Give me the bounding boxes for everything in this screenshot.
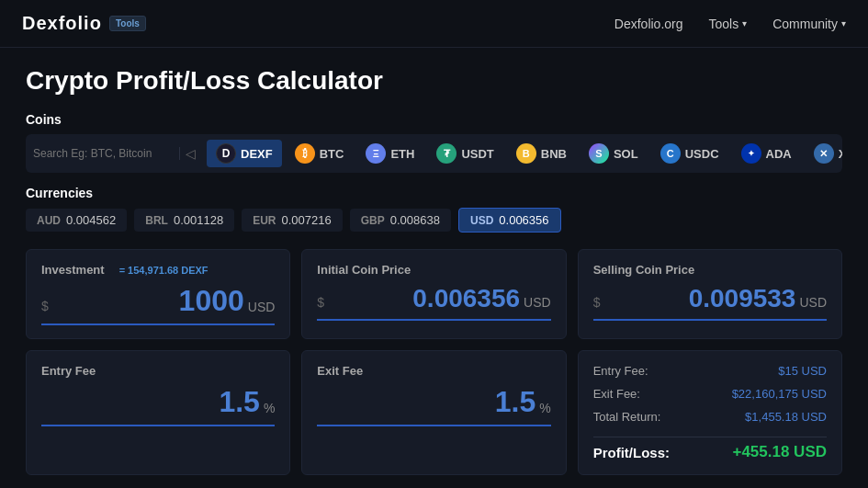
exit-fee-label2: Exit Fee [317, 364, 550, 378]
coin-search-wrap [33, 147, 180, 160]
page-title: Crypto Profit/Loss Calculator [26, 66, 842, 96]
initial-price-label2: Initial Coin Price [317, 263, 550, 277]
btc-icon: ₿ [295, 143, 315, 164]
aud-code: AUD [37, 214, 61, 227]
coin-item-btc[interactable]: ₿ BTC [286, 140, 354, 167]
logo: Dexfolio [22, 13, 102, 34]
coin-label-eth: ETH [390, 147, 414, 161]
exit-fee-result-row2: Exit Fee: $22,160,175 USD [593, 387, 827, 401]
coin-label-ada: ADA [766, 147, 792, 161]
coin-search-input[interactable] [33, 147, 152, 160]
coin-label-xrp: XRP [839, 147, 842, 161]
selling-price-card: Selling Coin Price $ USD [578, 249, 842, 339]
exit-fee-row2: % [317, 385, 550, 426]
dexf-icon: D [216, 143, 236, 164]
main-content: Crypto Profit/Loss Calculator Coins ◁ D … [0, 48, 868, 484]
initial-price-row2: $ USD [317, 284, 550, 321]
initial-price-card2: Initial Coin Price $ USD [301, 249, 566, 339]
usd-code: USD [470, 214, 493, 227]
coin-label-usdc: USDC [685, 147, 719, 161]
investment-unit2: USD [248, 300, 276, 318]
currency-chip-usd[interactable]: USD 0.006356 [458, 208, 561, 233]
coin-item-sol[interactable]: S SOL [580, 140, 648, 167]
coin-item-xrp[interactable]: ✕ XRP [805, 140, 842, 167]
exit-fee-input2[interactable] [317, 385, 535, 419]
gbp-value: 0.008638 [390, 213, 440, 227]
usdt-icon: ₮ [436, 143, 457, 164]
usdc-icon: C [660, 143, 681, 164]
coin-item-usdc[interactable]: C USDC [651, 140, 728, 167]
navbar: Dexfolio Tools Dexfolio.org Tools ▾ Comm… [0, 0, 868, 48]
entry-fee-label2: Entry Fee [41, 364, 275, 378]
gbp-code: GBP [361, 214, 385, 227]
bnb-icon: B [516, 143, 536, 164]
nav-right: Dexfolio.org Tools ▾ Community ▾ [614, 17, 846, 31]
profit-loss-value2: +455.18 USD [732, 443, 827, 461]
coin-item-bnb[interactable]: B BNB [507, 140, 576, 167]
brl-code: BRL [145, 214, 168, 227]
selling-price-label: Selling Coin Price [593, 263, 827, 277]
entry-fee-input2[interactable] [41, 385, 260, 419]
nav-link-dexfolio[interactable]: Dexfolio.org [614, 17, 683, 31]
profit-loss-label2: Profit/Loss: [593, 445, 670, 460]
nav-link-tools[interactable]: Tools ▾ [709, 17, 748, 31]
sol-icon: S [589, 143, 609, 164]
investment-card: Investment = 154,971.68 DEXF $ USD [26, 249, 290, 339]
logo-tools-badge: Tools [109, 16, 146, 31]
community-chevron-icon: ▾ [841, 18, 846, 28]
aud-value: 0.004562 [66, 213, 116, 227]
entry-fee-card2: Entry Fee % [26, 350, 290, 475]
entry-fee-result-row2: Entry Fee: $15 USD [593, 364, 827, 378]
eth-icon: Ξ [366, 143, 386, 164]
coin-item-eth[interactable]: Ξ ETH [356, 140, 423, 167]
coins-prev-arrow[interactable]: ◁ [180, 146, 201, 161]
investment-symbol2: $ [41, 299, 49, 313]
coin-label-sol: SOL [614, 147, 638, 161]
brl-value: 0.001128 [174, 213, 223, 227]
footer: Powered by CoinGecko API [0, 484, 868, 488]
investment-input-row2: $ USD [41, 284, 275, 325]
ada-icon: ✦ [741, 143, 761, 164]
results-card2: Entry Fee: $15 USD Exit Fee: $22,160,175… [578, 350, 842, 475]
coins-row: ◁ D DEXF ₿ BTC Ξ ETH ₮ USDT [26, 134, 842, 173]
nav-link-community[interactable]: Community ▾ [772, 17, 846, 31]
currencies-section-label: Currencies [26, 186, 842, 200]
usd-value: 0.006356 [499, 213, 548, 227]
eur-code: EUR [253, 214, 276, 227]
investment-label2: Investment = 154,971.68 DEXF [41, 263, 275, 277]
currency-chip-brl[interactable]: BRL 0.001128 [134, 209, 234, 232]
exit-fee-card2: Exit Fee % [301, 350, 566, 475]
currency-chip-eur[interactable]: EUR 0.007216 [242, 209, 343, 232]
coins-section-label: Coins [26, 112, 842, 127]
coin-label-bnb: BNB [541, 147, 567, 161]
selling-price-row: $ USD [593, 284, 827, 321]
coin-item-ada[interactable]: ✦ ADA [732, 140, 801, 167]
tools-chevron-icon: ▾ [742, 18, 747, 28]
entry-fee-row2: % [41, 385, 275, 426]
coin-label-dexf: DEXF [241, 147, 273, 161]
coin-item-dexf[interactable]: D DEXF [207, 140, 282, 167]
xrp-icon: ✕ [814, 143, 834, 164]
investment-input2[interactable] [52, 284, 244, 318]
eur-value: 0.007216 [281, 213, 331, 227]
coin-item-usdt[interactable]: ₮ USDT [427, 140, 502, 167]
currencies-row: AUD 0.004562 BRL 0.001128 EUR 0.007216 G… [26, 208, 842, 233]
initial-price-input2[interactable] [328, 284, 520, 313]
currency-chip-gbp[interactable]: GBP 0.008638 [350, 209, 451, 232]
coin-label-usdt: USDT [461, 147, 493, 161]
total-return-result-row2: Total Return: $1,455.18 USD [593, 410, 827, 424]
coin-list: D DEXF ₿ BTC Ξ ETH ₮ USDT B BNB [201, 140, 842, 167]
currency-chip-aud[interactable]: AUD 0.004562 [26, 209, 127, 232]
calculator-grid: Investment = 154,971.68 DEXF $ USD Initi… [26, 249, 842, 475]
coin-label-btc: BTC [320, 147, 344, 161]
nav-left: Dexfolio Tools [22, 13, 146, 34]
selling-price-input[interactable] [603, 284, 795, 313]
